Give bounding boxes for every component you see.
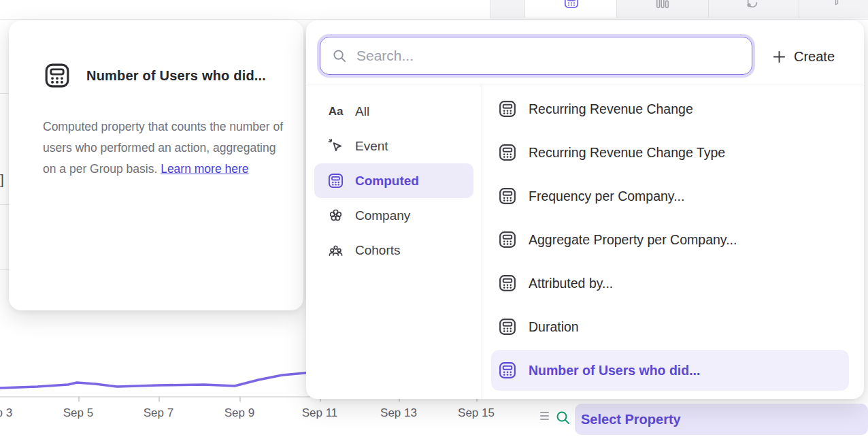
- event-cursor-icon: [328, 138, 344, 154]
- x-axis-label: Sep 5: [51, 406, 105, 420]
- x-axis-tick: [78, 396, 80, 402]
- search-icon: [555, 410, 571, 426]
- calculator-icon: [499, 274, 516, 292]
- calculator-icon: [499, 187, 516, 205]
- cohorts-icon: [328, 242, 344, 258]
- category-item-computed[interactable]: Computed: [314, 163, 473, 198]
- calculator-icon: [499, 144, 516, 161]
- event-cursor-icon: [328, 138, 344, 154]
- select-property-button[interactable]: Select Property: [575, 404, 868, 435]
- property-item[interactable]: Duration: [482, 305, 864, 349]
- background-divider: [0, 204, 9, 205]
- calculator-icon: [499, 318, 516, 336]
- report-type-tabbar: [490, 0, 868, 18]
- category-list: AaAllEventComputedCompanyCohorts: [306, 94, 482, 268]
- select-property-label: Select Property: [581, 412, 681, 427]
- property-item[interactable]: Aggregate Property per Company...: [482, 218, 864, 261]
- panel-divider: [306, 84, 864, 84]
- property-label: Number of Users who did...: [529, 363, 700, 378]
- query-builder-row: Select Property: [531, 400, 868, 437]
- calculator-icon: [499, 361, 516, 379]
- search-icon: [332, 48, 348, 64]
- category-label: Company: [355, 208, 410, 223]
- metric-line-chart: [0, 363, 320, 404]
- property-item[interactable]: Number of Users who did...: [491, 350, 849, 391]
- background-divider: [0, 269, 9, 270]
- category-item-all[interactable]: AaAll: [314, 94, 473, 129]
- calculator-icon: [499, 187, 516, 205]
- tab-separator: [799, 0, 799, 18]
- x-axis-label: Sep 7: [131, 406, 186, 420]
- partial-bracket-text: ]: [0, 172, 4, 188]
- top-divider: [0, 19, 868, 20]
- category-label: Cohorts: [355, 243, 401, 258]
- x-axis-tick: [239, 396, 241, 402]
- calculator-icon: [564, 0, 579, 9]
- tooltip-title: Number of Users who did...: [86, 68, 266, 84]
- x-axis-line: [0, 396, 310, 398]
- company-icon: [328, 208, 344, 223]
- search-box: [320, 37, 752, 75]
- calculator-icon: [44, 63, 70, 88]
- category-label: All: [355, 104, 369, 119]
- calculator-icon: [499, 274, 516, 292]
- category-item-event[interactable]: Event: [314, 129, 473, 163]
- property-label: Frequency per Company...: [529, 189, 684, 204]
- cohorts-icon: [328, 242, 344, 258]
- property-picker-panel: Create AaAllEventComputedCompanyCohorts …: [306, 20, 864, 399]
- learn-more-link[interactable]: Learn more here: [161, 162, 248, 176]
- bar-chart-icon[interactable]: [655, 0, 670, 9]
- property-label: Attributed by...: [529, 276, 613, 291]
- tooltip-description: Computed property that counts the number…: [43, 116, 292, 180]
- calculator-icon: [499, 361, 516, 379]
- x-axis-tick: [158, 396, 160, 402]
- calculator-icon: [499, 100, 516, 118]
- property-label: Aggregate Property per Company...: [529, 232, 737, 248]
- tab-separator: [708, 0, 709, 18]
- background-divider: [0, 93, 9, 94]
- x-axis-label: Sep 13: [371, 406, 426, 420]
- x-axis-label: Sep 11: [293, 406, 347, 420]
- property-label: Duration: [529, 319, 579, 335]
- retention-icon[interactable]: [746, 0, 761, 9]
- category-item-company[interactable]: Company: [314, 198, 473, 233]
- x-axis-label: Sep 9: [212, 406, 267, 420]
- calculator-icon: [499, 144, 516, 161]
- create-button[interactable]: Create: [772, 46, 835, 67]
- calculator-icon: [499, 100, 516, 118]
- property-list: Recurring Revenue ChangeRecurring Revenu…: [482, 87, 864, 391]
- calculator-icon: [328, 173, 344, 189]
- plus-icon: [772, 50, 786, 64]
- company-icon: [328, 208, 344, 223]
- x-axis-label: Sep 3: [0, 406, 24, 420]
- category-label: Computed: [355, 174, 419, 189]
- aa-icon: Aa: [328, 105, 344, 118]
- property-tooltip-card: Number of Users who did... Computed prop…: [9, 20, 303, 310]
- property-item[interactable]: Recurring Revenue Change Type: [482, 131, 864, 174]
- create-button-label: Create: [794, 49, 835, 65]
- calculator-icon: [499, 318, 516, 336]
- search-input[interactable]: [356, 48, 752, 64]
- calculator-icon: [328, 173, 344, 189]
- property-label: Recurring Revenue Change Type: [529, 145, 725, 161]
- tab-computed-active[interactable]: [524, 0, 617, 18]
- calculator-icon: [499, 231, 516, 248]
- calculator-icon: [499, 231, 516, 248]
- x-axis-label: Sep 15: [449, 406, 503, 420]
- drag-handle-icon[interactable]: [540, 412, 549, 420]
- property-label: Recurring Revenue Change: [529, 101, 693, 117]
- property-item[interactable]: Attributed by...: [482, 261, 864, 305]
- category-label: Event: [355, 139, 388, 154]
- property-item[interactable]: Frequency per Company...: [482, 174, 864, 218]
- property-item[interactable]: Recurring Revenue Change: [482, 87, 864, 131]
- category-item-cohorts[interactable]: Cohorts: [314, 233, 473, 268]
- app-root: ] Sep 3Sep 5Sep 7Sep 9Sep 11Sep 13Sep 15…: [0, 0, 868, 437]
- funnel-icon[interactable]: [831, 0, 843, 6]
